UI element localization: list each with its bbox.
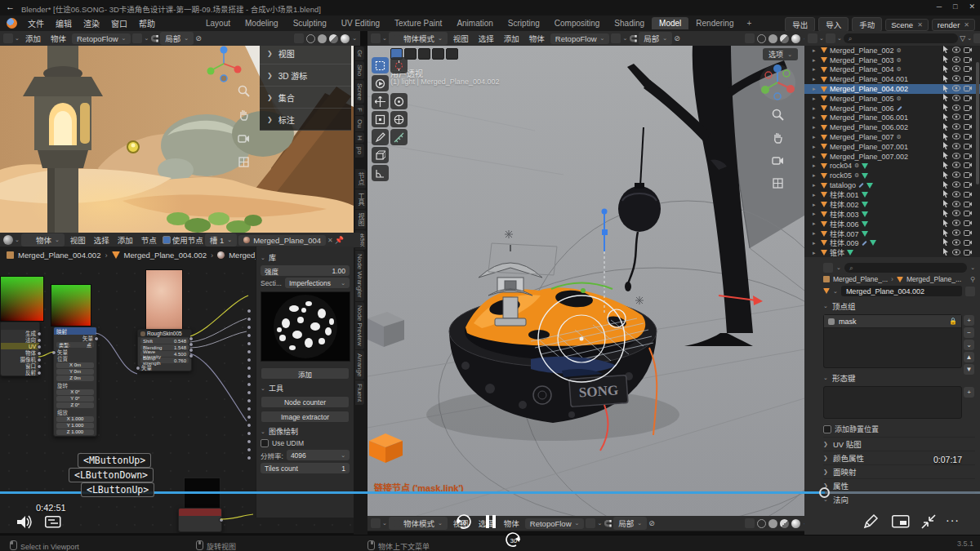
bsdf-socket[interactable] bbox=[247, 325, 252, 330]
workspace-tab-animation[interactable]: Animation bbox=[449, 17, 500, 29]
select-mode-3[interactable] bbox=[432, 48, 444, 60]
bsdf-socket[interactable] bbox=[247, 309, 252, 313]
rest-position-checkbox[interactable] bbox=[823, 425, 831, 433]
hide-render-icon[interactable] bbox=[964, 85, 972, 93]
shader-type-dropdown[interactable]: 物体⌄ bbox=[21, 233, 65, 247]
proportional-edit-icon[interactable]: ⊘ bbox=[648, 519, 655, 527]
hide-viewport-icon[interactable] bbox=[952, 191, 960, 199]
scale-tool[interactable] bbox=[372, 111, 389, 127]
expand-icon[interactable]: ▸ bbox=[813, 192, 818, 198]
view-layer-selector[interactable]: render ✕ bbox=[932, 19, 975, 31]
vertex-group-row[interactable]: mask 🔒 bbox=[824, 315, 961, 328]
node-menu-选择[interactable]: 选择 bbox=[90, 233, 114, 247]
tiles-count-field[interactable]: Tiles count1 bbox=[261, 463, 350, 473]
library-panel-header[interactable]: ⌄库 bbox=[261, 252, 350, 263]
outliner-row-Merged_Plane_006.001[interactable]: ▸Merged_Plane_006.001 bbox=[804, 113, 980, 123]
section-面映射[interactable]: ❯面映射 bbox=[823, 464, 975, 478]
shading-material-icon[interactable] bbox=[780, 519, 789, 528]
view-layer-unlink-icon[interactable]: ✕ bbox=[964, 21, 969, 29]
outliner-scrollbar[interactable] bbox=[976, 62, 979, 184]
hide-viewport-icon[interactable] bbox=[952, 220, 960, 228]
bsdf-socket[interactable] bbox=[247, 341, 252, 346]
imperfection-sphere-preview[interactable] bbox=[261, 291, 350, 362]
use-nodes-checkbox[interactable] bbox=[163, 236, 171, 244]
outliner-display-mode-icon[interactable] bbox=[826, 33, 835, 43]
tool-button-image-extractor[interactable]: Image extractor bbox=[261, 411, 350, 423]
hide-viewport-icon[interactable] bbox=[952, 47, 960, 55]
edge-tab-Arrange[interactable]: Arrange bbox=[355, 350, 364, 380]
selectable-toggle-icon[interactable] bbox=[942, 220, 949, 229]
selectable-toggle-icon[interactable] bbox=[942, 123, 949, 132]
hide-viewport-icon[interactable] bbox=[952, 123, 960, 131]
shading-solid-icon[interactable] bbox=[768, 519, 777, 528]
selectable-toggle-icon[interactable] bbox=[942, 113, 949, 122]
props-breadcrumb-object[interactable]: Merged_Plane_... bbox=[833, 275, 888, 283]
normal-map-node[interactable] bbox=[178, 508, 222, 532]
volume-icon[interactable] bbox=[16, 515, 33, 529]
workspace-tab-shading[interactable]: Shading bbox=[607, 17, 652, 29]
box-select-tool[interactable] bbox=[372, 57, 389, 73]
hide-render-icon[interactable] bbox=[964, 220, 972, 228]
properties-search-input[interactable]: ⌕ bbox=[844, 263, 967, 273]
workspace-tab-compositing[interactable]: Compositing bbox=[547, 17, 608, 29]
hide-viewport-icon[interactable] bbox=[952, 181, 960, 189]
menu-文件[interactable]: 文件 bbox=[22, 16, 50, 31]
exit-fullscreen-icon[interactable] bbox=[920, 513, 937, 530]
selectable-toggle-icon[interactable] bbox=[942, 75, 949, 84]
sidebar-panel-标注[interactable]: ❯标注 bbox=[260, 109, 351, 131]
expand-icon[interactable]: ▸ bbox=[813, 96, 818, 102]
expand-icon[interactable]: ▸ bbox=[813, 240, 818, 247]
hide-render-icon[interactable] bbox=[964, 191, 972, 199]
expand-icon[interactable]: ▸ bbox=[813, 250, 818, 256]
bsdf-socket[interactable] bbox=[247, 349, 252, 354]
material-slot-dropdown[interactable]: 槽 1⌄ bbox=[205, 233, 237, 247]
outliner-row-Merged_Plane_007.001[interactable]: ▸Merged_Plane_007.001 bbox=[804, 142, 980, 152]
edge-tab-H[interactable]: H bbox=[355, 132, 364, 144]
expand-icon[interactable]: ▸ bbox=[813, 230, 818, 237]
select-mode-4[interactable] bbox=[446, 48, 458, 60]
workspace-tab-layout[interactable]: Layout bbox=[198, 17, 238, 29]
expand-icon[interactable]: ▸ bbox=[813, 153, 818, 160]
selectable-toggle-icon[interactable] bbox=[942, 238, 949, 247]
tool-settings-icon[interactable] bbox=[132, 33, 142, 43]
hide-viewport-icon[interactable] bbox=[952, 56, 960, 64]
shape-keys-panel-header[interactable]: ⌄形态键 bbox=[823, 372, 975, 384]
workspace-tab-texture-paint[interactable]: Texture Paint bbox=[387, 17, 449, 29]
bsdf-socket[interactable] bbox=[247, 374, 252, 379]
pin-icon[interactable]: 📌 bbox=[335, 236, 344, 244]
sidebar-panel-集合[interactable]: ❯集合 bbox=[260, 87, 351, 109]
edge-tab-Node Wrangler[interactable]: Node Wrangler bbox=[355, 251, 364, 301]
hide-viewport-icon[interactable] bbox=[952, 201, 960, 209]
expand-icon[interactable]: ▸ bbox=[813, 144, 818, 150]
resolution-dropdown[interactable]: 4096⌄ bbox=[287, 450, 350, 460]
edge-tab-工具[interactable]: 工具 bbox=[355, 189, 366, 209]
bsdf-socket[interactable] bbox=[247, 455, 252, 460]
node-menu-添加[interactable]: 添加 bbox=[114, 233, 137, 247]
video-progress-knob[interactable] bbox=[819, 487, 830, 498]
mapping-value[interactable]: Y 1.000 bbox=[56, 423, 94, 429]
hide-viewport-icon[interactable] bbox=[952, 75, 960, 83]
hide-render-icon[interactable] bbox=[964, 143, 972, 151]
close-button[interactable]: ✕ bbox=[969, 2, 975, 11]
video-progress-remaining[interactable] bbox=[825, 491, 980, 494]
export-button[interactable]: 导出 bbox=[785, 17, 815, 32]
selectable-toggle-icon[interactable] bbox=[942, 65, 949, 74]
mapping-output-vector[interactable]: 矢量 bbox=[54, 335, 96, 341]
roughskin-slider-Bump-strength[interactable]: Bump strength0.760 bbox=[140, 358, 189, 363]
hide-render-icon[interactable] bbox=[964, 47, 972, 55]
mini-player-icon[interactable] bbox=[892, 515, 910, 528]
hide-viewport-icon[interactable] bbox=[952, 171, 960, 180]
expand-icon[interactable]: ▸ bbox=[813, 57, 818, 64]
outliner-row-锥体[interactable]: ▸锥体 bbox=[804, 248, 980, 257]
section-UV 贴图[interactable]: ❯UV 贴图 bbox=[823, 437, 975, 451]
bsdf-socket[interactable] bbox=[247, 415, 252, 420]
skip-back-10-button[interactable]: 10 bbox=[454, 513, 472, 531]
skip-forward-30-button[interactable]: 30 bbox=[505, 531, 523, 549]
udim-checkbox[interactable] bbox=[261, 439, 269, 447]
ortho-toggle-icon[interactable] bbox=[238, 156, 252, 171]
cursor-tool[interactable] bbox=[390, 57, 408, 73]
workspace-tab-modeling[interactable]: Modeling bbox=[238, 17, 286, 29]
pause-button[interactable] bbox=[485, 514, 497, 529]
expand-icon[interactable]: ▸ bbox=[813, 134, 818, 140]
outliner-editor-type-icon[interactable] bbox=[808, 33, 817, 43]
